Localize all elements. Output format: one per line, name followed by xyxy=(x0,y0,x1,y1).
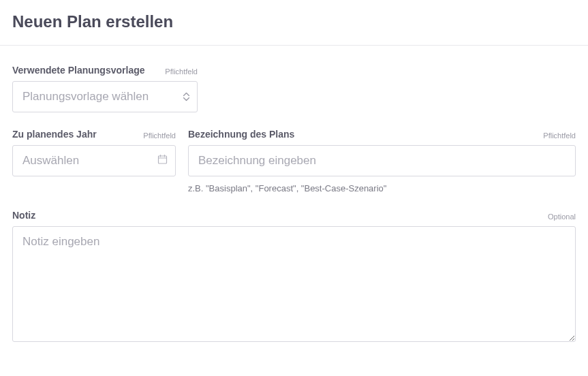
name-input[interactable] xyxy=(188,145,576,176)
year-field: Zu planendes Jahr Pflichtfeld Auswählen xyxy=(12,129,176,176)
year-label: Zu planendes Jahr xyxy=(12,129,97,140)
note-label: Notiz xyxy=(12,210,35,221)
template-required-hint: Pflichtfeld xyxy=(165,67,198,76)
name-field: Bezeichnung des Plans Pflichtfeld z.B. "… xyxy=(188,129,576,193)
name-label: Bezeichnung des Plans xyxy=(188,129,294,140)
name-required-hint: Pflichtfeld xyxy=(543,131,576,140)
template-select-placeholder: Planungsvorlage wählen xyxy=(22,90,149,104)
note-textarea[interactable] xyxy=(12,226,576,342)
name-help-text: z.B. "Basisplan", "Forecast", "Best-Case… xyxy=(188,183,576,193)
template-label: Verwendete Planungsvorlage xyxy=(12,65,145,76)
note-field: Notiz Optional xyxy=(12,210,576,342)
year-picker[interactable]: Auswählen xyxy=(12,145,176,176)
page-title: Neuen Plan erstellen xyxy=(0,0,588,45)
form-area: Verwendete Planungsvorlage Pflichtfeld P… xyxy=(0,46,588,371)
year-required-hint: Pflichtfeld xyxy=(143,131,176,140)
note-optional-hint: Optional xyxy=(548,213,576,221)
template-select[interactable]: Planungsvorlage wählen xyxy=(12,81,198,112)
year-picker-placeholder: Auswählen xyxy=(22,154,79,168)
template-field: Verwendete Planungsvorlage Pflichtfeld P… xyxy=(12,65,198,112)
